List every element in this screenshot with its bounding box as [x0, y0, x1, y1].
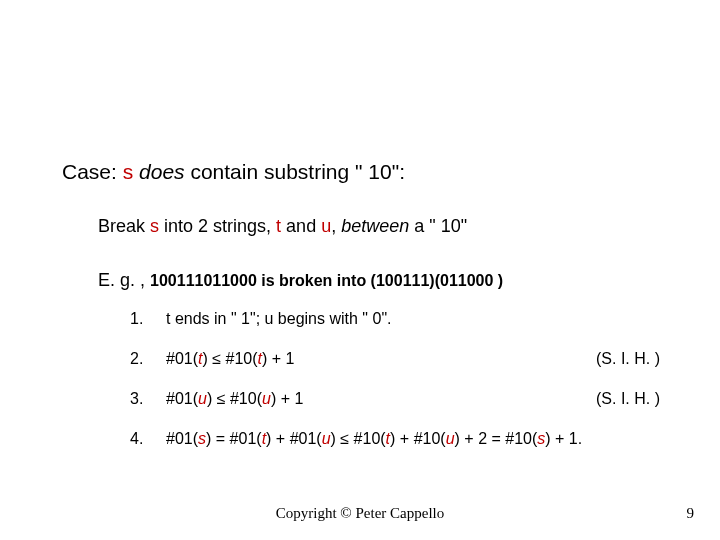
text: ,	[331, 216, 341, 236]
text: E. g. ,	[98, 270, 150, 290]
var-s: s	[198, 430, 206, 447]
var-u: u	[446, 430, 455, 447]
var-u: u	[198, 390, 207, 407]
text: ) + 2 = #10(	[455, 430, 538, 447]
text: )	[207, 390, 217, 407]
text: #01(	[166, 430, 198, 447]
break-line: Break s into 2 strings, t and u, between…	[98, 216, 467, 237]
list-item: 2. #01(t) ≤ #10(t) + 1 (S. I. H. )	[130, 350, 690, 368]
text: ) + 1	[262, 350, 294, 367]
var-u: u	[322, 430, 331, 447]
text: #10(	[221, 350, 257, 367]
text: #10(	[349, 430, 385, 447]
text: Case:	[62, 160, 123, 183]
list-item: 4. #01(s) = #01(t) + #01(u) ≤ #10(t) + #…	[130, 430, 690, 448]
leq-symbol: ≤	[217, 390, 226, 407]
text: Break	[98, 216, 150, 236]
text: ) + 1.	[545, 430, 582, 447]
case-heading: Case: s does contain substring " 10":	[62, 160, 405, 184]
list-item: 1. t ends in " 1"; u begins with " 0".	[130, 310, 690, 328]
text: ) = #01(	[206, 430, 262, 447]
text: ) + #01(	[266, 430, 322, 447]
page-number: 9	[687, 505, 695, 522]
emph-does: does	[139, 160, 185, 183]
emph-between: between	[341, 216, 409, 236]
item-number: 4.	[130, 430, 158, 448]
item-text: t ends in " 1"; u begins with " 0".	[166, 310, 392, 327]
slide: Case: s does contain substring " 10": Br…	[0, 0, 720, 540]
example-bold: 100111011000 is broken into (100111)(011…	[150, 272, 503, 289]
var-u: u	[321, 216, 331, 236]
sih-note: (S. I. H. )	[596, 350, 660, 368]
footer-copyright: Copyright © Peter Cappello	[0, 505, 720, 522]
item-number: 1.	[130, 310, 158, 328]
text: contain substring " 10":	[185, 160, 405, 183]
text: ) + #10(	[390, 430, 446, 447]
text: )	[202, 350, 212, 367]
text: into 2 strings,	[159, 216, 276, 236]
var-u: u	[262, 390, 271, 407]
text: and	[281, 216, 321, 236]
text: #01(	[166, 350, 198, 367]
text: #10(	[226, 390, 262, 407]
item-list: 1. t ends in " 1"; u begins with " 0". 2…	[130, 310, 690, 470]
item-number: 3.	[130, 390, 158, 408]
text: )	[331, 430, 341, 447]
example-line: E. g. , 100111011000 is broken into (100…	[98, 270, 503, 291]
var-s: s	[123, 160, 134, 183]
list-item: 3. #01(u) ≤ #10(u) + 1 (S. I. H. )	[130, 390, 690, 408]
item-number: 2.	[130, 350, 158, 368]
text: #01(	[166, 390, 198, 407]
text: ) + 1	[271, 390, 303, 407]
sih-note: (S. I. H. )	[596, 390, 660, 408]
var-s: s	[150, 216, 159, 236]
leq-symbol: ≤	[340, 430, 349, 447]
text: a " 10"	[409, 216, 467, 236]
leq-symbol: ≤	[212, 350, 221, 367]
